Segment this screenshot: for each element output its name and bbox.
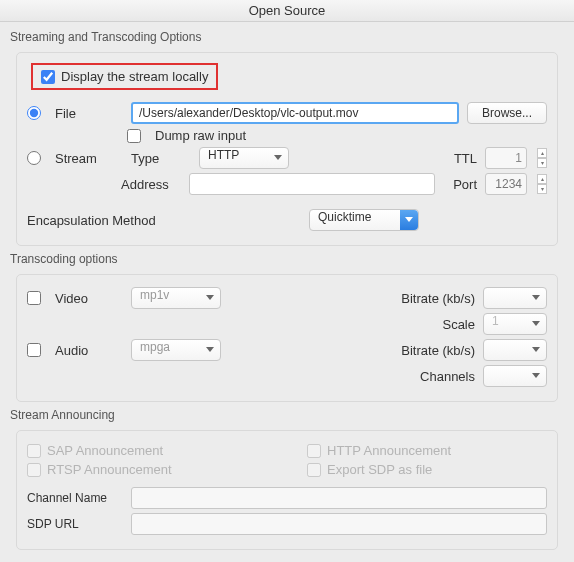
address-input[interactable] xyxy=(189,173,435,195)
announcing-section-title: Stream Announcing xyxy=(10,408,568,422)
chevron-down-icon xyxy=(405,217,413,222)
chevron-down-icon xyxy=(532,373,540,378)
sdp-label: Export SDP as file xyxy=(327,462,432,477)
port-input[interactable] xyxy=(485,173,527,195)
type-select[interactable]: HTTP xyxy=(199,147,289,169)
chevron-down-icon xyxy=(532,347,540,352)
dump-raw-label: Dump raw input xyxy=(155,128,246,143)
address-label: Address xyxy=(121,177,181,192)
stream-label: Stream xyxy=(55,151,123,166)
display-locally-highlight: Display the stream locally xyxy=(31,63,218,90)
video-label: Video xyxy=(55,291,123,306)
port-stepper[interactable]: ▴▾ xyxy=(537,174,547,194)
port-label: Port xyxy=(453,177,477,192)
video-checkbox[interactable] xyxy=(27,291,41,305)
scale-select[interactable]: 1 xyxy=(483,313,547,335)
encaps-label: Encapsulation Method xyxy=(27,213,156,228)
audio-codec-value: mpga xyxy=(140,340,170,354)
display-locally-label: Display the stream locally xyxy=(61,69,208,84)
file-path-input[interactable] xyxy=(131,102,459,124)
chevron-down-icon xyxy=(206,347,214,352)
video-codec-select[interactable]: mp1v xyxy=(131,287,221,309)
sap-label: SAP Announcement xyxy=(47,443,163,458)
display-locally-checkbox[interactable] xyxy=(41,70,55,84)
scale-value: 1 xyxy=(492,314,499,328)
chevron-down-icon xyxy=(532,295,540,300)
file-label: File xyxy=(55,106,123,121)
audio-checkbox[interactable] xyxy=(27,343,41,357)
channels-label: Channels xyxy=(420,369,475,384)
ttl-input[interactable] xyxy=(485,147,527,169)
video-bitrate-label: Bitrate (kb/s) xyxy=(401,291,475,306)
encaps-value: Quicktime xyxy=(318,210,371,224)
type-label: Type xyxy=(131,151,191,166)
chevron-down-icon xyxy=(532,321,540,326)
video-codec-value: mp1v xyxy=(140,288,169,302)
chevron-down-icon xyxy=(274,155,282,160)
rtsp-checkbox xyxy=(27,463,41,477)
http-checkbox xyxy=(307,444,321,458)
sdp-url-label: SDP URL xyxy=(27,517,123,531)
streaming-section-title: Streaming and Transcoding Options xyxy=(10,30,568,44)
audio-bitrate-label: Bitrate (kb/s) xyxy=(401,343,475,358)
type-value: HTTP xyxy=(208,148,239,162)
file-radio[interactable] xyxy=(27,106,41,120)
audio-label: Audio xyxy=(55,343,123,358)
chevron-down-icon xyxy=(206,295,214,300)
audio-codec-select[interactable]: mpga xyxy=(131,339,221,361)
browse-button[interactable]: Browse... xyxy=(467,102,547,124)
sdp-checkbox xyxy=(307,463,321,477)
transcoding-section-title: Transcoding options xyxy=(10,252,568,266)
audio-bitrate-select[interactable] xyxy=(483,339,547,361)
channels-select[interactable] xyxy=(483,365,547,387)
window-title: Open Source xyxy=(0,0,574,22)
channel-name-input xyxy=(131,487,547,509)
http-label: HTTP Announcement xyxy=(327,443,451,458)
sap-checkbox xyxy=(27,444,41,458)
channel-name-label: Channel Name xyxy=(27,491,123,505)
transcoding-panel: Video mp1v Bitrate (kb/s) Scale 1 Audio … xyxy=(16,274,558,402)
sdp-url-input xyxy=(131,513,547,535)
dump-raw-checkbox[interactable] xyxy=(127,129,141,143)
ttl-label: TTL xyxy=(454,151,477,166)
ttl-stepper[interactable]: ▴▾ xyxy=(537,148,547,168)
rtsp-label: RTSP Announcement xyxy=(47,462,172,477)
video-bitrate-select[interactable] xyxy=(483,287,547,309)
announcing-panel: SAP Announcement RTSP Announcement HTTP … xyxy=(16,430,558,550)
stream-radio[interactable] xyxy=(27,151,41,165)
encaps-select[interactable]: Quicktime xyxy=(309,209,419,231)
streaming-panel: Display the stream locally File Browse..… xyxy=(16,52,558,246)
scale-label: Scale xyxy=(442,317,475,332)
